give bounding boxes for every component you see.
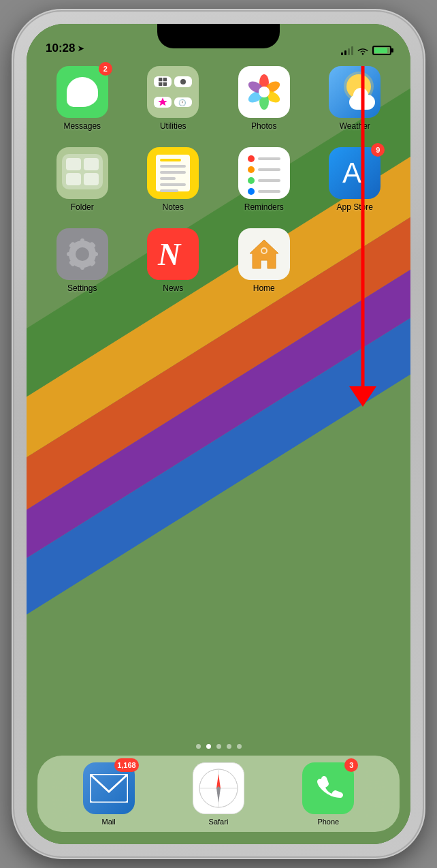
- phone-label: Phone: [317, 818, 339, 826]
- notes-icon[interactable]: [147, 147, 199, 199]
- mail-label: Mail: [102, 818, 116, 826]
- battery-indicator: [372, 46, 391, 55]
- folder-mini-3: [66, 173, 81, 185]
- reminder-line-4: [258, 190, 280, 193]
- home-icon[interactable]: [238, 228, 290, 280]
- safari-icon[interactable]: [193, 762, 244, 814]
- reminders-label: Reminders: [244, 202, 284, 212]
- app-utilities[interactable]: 🕐 Utilities: [131, 66, 216, 131]
- svg-rect-25: [67, 252, 73, 256]
- messages-badge: 2: [99, 62, 112, 76]
- utilities-label: Utilities: [160, 121, 187, 131]
- reminder-row-2: [248, 166, 280, 173]
- settings-icon[interactable]: [56, 228, 108, 280]
- svg-text:N: N: [157, 237, 182, 272]
- messages-icon[interactable]: 2: [56, 66, 108, 118]
- dot-4: [227, 744, 231, 749]
- appstore-icon[interactable]: A 9: [329, 147, 381, 199]
- svg-rect-6: [159, 78, 162, 81]
- dot-2: [206, 744, 211, 749]
- app-appstore[interactable]: A 9 App Store: [313, 147, 398, 212]
- notes-line-1: [160, 159, 180, 161]
- reminder-dot-4: [248, 188, 255, 195]
- reminder-line-2: [258, 168, 280, 171]
- weather-label: Weather: [340, 121, 370, 131]
- dock-mail[interactable]: 1,168 Mail: [83, 762, 135, 826]
- utilities-icon[interactable]: 🕐: [147, 66, 199, 118]
- appstore-badge: 9: [371, 143, 385, 157]
- svg-rect-26: [92, 252, 98, 256]
- svg-text:🕐: 🕐: [178, 99, 187, 107]
- svg-rect-8: [159, 82, 162, 86]
- mail-icon[interactable]: 1,168: [83, 762, 135, 814]
- app-photos[interactable]: Photos: [222, 66, 306, 131]
- reminder-line-1: [258, 157, 280, 160]
- svg-rect-23: [80, 238, 84, 245]
- reminder-row-1: [248, 155, 280, 162]
- notes-paper: [156, 155, 190, 191]
- folder-mini-2: [84, 158, 99, 170]
- phone-frame: 10:28 ➤ 2: [14, 12, 423, 856]
- mail-badge: 1,168: [114, 758, 139, 772]
- appstore-label: App Store: [337, 202, 373, 212]
- util-mini-4: 🕐: [174, 97, 192, 107]
- status-time: 10:28 ➤: [46, 42, 84, 55]
- reminder-row-4: [248, 188, 280, 195]
- messages-label: Messages: [63, 121, 101, 131]
- notes-line-6: [160, 189, 178, 192]
- app-news[interactable]: N News: [131, 228, 216, 293]
- folder-inner: [62, 154, 103, 189]
- news-label: News: [163, 283, 183, 293]
- message-bubble: [67, 77, 98, 107]
- notes-line-3: [160, 171, 186, 174]
- svg-point-19: [259, 87, 270, 97]
- wifi-icon: [357, 46, 368, 55]
- svg-rect-7: [163, 78, 167, 81]
- app-folder[interactable]: Folder: [40, 147, 125, 212]
- reminder-row-3: [248, 177, 280, 184]
- phone-icon[interactable]: 3: [302, 762, 354, 814]
- util-mini-1: [154, 76, 172, 87]
- reminder-dot-1: [248, 155, 255, 162]
- app-weather[interactable]: Weather: [313, 66, 398, 131]
- app-notes[interactable]: Notes: [131, 147, 216, 212]
- dock-safari[interactable]: Safari: [193, 762, 244, 826]
- folder-icon[interactable]: [56, 147, 108, 199]
- phone-badge: 3: [344, 758, 358, 772]
- app-grid: 2 Messages 🕐: [40, 66, 397, 293]
- weather-icon[interactable]: [329, 66, 381, 118]
- dock-phone[interactable]: 3 Phone: [302, 762, 354, 826]
- reminder-dot-2: [248, 166, 255, 173]
- dot-3: [216, 744, 221, 749]
- app-reminders[interactable]: Reminders: [222, 147, 306, 212]
- news-icon[interactable]: N: [147, 228, 199, 280]
- app-home[interactable]: Home: [222, 228, 306, 293]
- home-label: Home: [253, 283, 275, 293]
- location-icon: ➤: [78, 44, 84, 53]
- photos-icon[interactable]: [238, 66, 290, 118]
- svg-rect-24: [80, 264, 84, 270]
- folder-mini-4: [84, 173, 99, 185]
- notes-line-5: [160, 183, 186, 186]
- reminders-icon[interactable]: [238, 147, 290, 199]
- app-messages[interactable]: 2 Messages: [40, 66, 125, 131]
- app-settings[interactable]: Settings: [40, 228, 125, 293]
- dot-1: [196, 744, 201, 749]
- empty-slot: [313, 228, 398, 293]
- folder-mini-1: [66, 158, 81, 170]
- util-mini-2: [174, 76, 192, 87]
- reminder-dot-3: [248, 177, 255, 184]
- signal-indicator: [341, 46, 353, 55]
- dot-5: [237, 744, 242, 749]
- safari-label: Safari: [209, 818, 229, 826]
- svg-point-22: [76, 247, 89, 261]
- status-bar: 10:28 ➤: [27, 24, 410, 59]
- notes-label: Notes: [163, 202, 184, 212]
- reminders-inner: [245, 153, 283, 193]
- svg-text:A: A: [342, 157, 361, 189]
- phone-screen: 10:28 ➤ 2: [27, 24, 410, 844]
- svg-rect-9: [163, 82, 167, 86]
- page-indicator: [27, 744, 410, 749]
- settings-label: Settings: [67, 283, 97, 293]
- notes-line-2: [160, 165, 186, 168]
